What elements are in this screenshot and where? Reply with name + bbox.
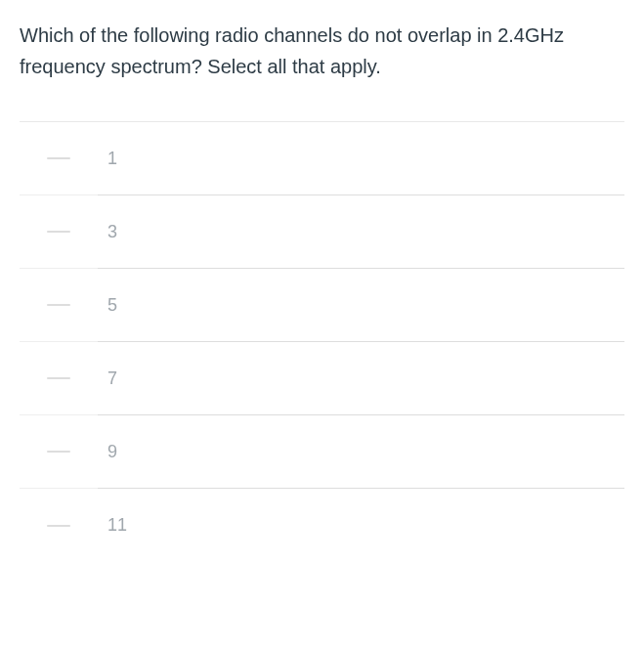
checkbox-icon (47, 525, 70, 527)
checkbox-icon (47, 377, 70, 379)
answer-row[interactable]: 5 (20, 269, 624, 342)
answer-content: 9 (98, 415, 624, 489)
answer-content: 11 (98, 489, 624, 562)
answer-row[interactable]: 3 (20, 195, 624, 269)
answer-content: 3 (98, 195, 624, 269)
answer-label: 9 (107, 442, 117, 462)
answer-content: 5 (98, 269, 624, 342)
checkbox-area[interactable] (20, 269, 98, 342)
answer-label: 7 (107, 368, 117, 389)
answer-label: 1 (107, 149, 117, 169)
answer-row[interactable]: 1 (20, 122, 624, 195)
answer-label: 11 (107, 515, 127, 536)
answers-container: 1 3 5 7 9 (20, 121, 624, 562)
checkbox-icon (47, 304, 70, 306)
answer-content: 1 (98, 122, 624, 195)
checkbox-icon (47, 231, 70, 233)
answer-row[interactable]: 9 (20, 415, 624, 489)
answer-row[interactable]: 11 (20, 489, 624, 562)
checkbox-icon (47, 451, 70, 453)
answer-label: 3 (107, 222, 117, 242)
question-text: Which of the following radio channels do… (20, 20, 624, 82)
checkbox-area[interactable] (20, 489, 98, 562)
answer-content: 7 (98, 342, 624, 415)
checkbox-area[interactable] (20, 122, 98, 195)
checkbox-area[interactable] (20, 415, 98, 489)
checkbox-area[interactable] (20, 195, 98, 269)
checkbox-icon (47, 157, 70, 159)
answer-label: 5 (107, 295, 117, 316)
checkbox-area[interactable] (20, 342, 98, 415)
answer-row[interactable]: 7 (20, 342, 624, 415)
